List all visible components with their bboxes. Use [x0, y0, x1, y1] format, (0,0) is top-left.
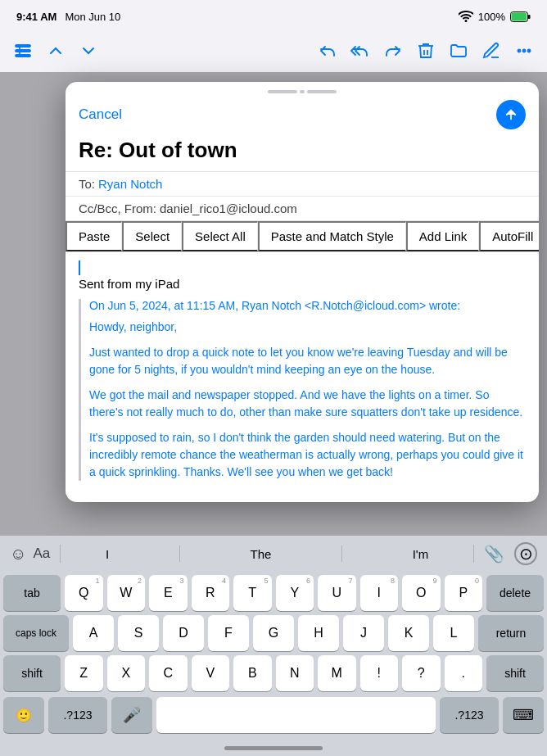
- email-body[interactable]: Sent from my iPad On Jun 5, 2024, at 11:…: [66, 252, 539, 502]
- key-k[interactable]: K: [388, 615, 429, 651]
- compose-icon[interactable]: [481, 41, 501, 61]
- key-number: 2: [138, 577, 142, 585]
- key-q[interactable]: 1Q: [65, 575, 103, 611]
- key-number: 6: [306, 577, 310, 585]
- reply-all-icon[interactable]: [350, 41, 370, 61]
- toolbar-left: [13, 41, 98, 61]
- dictation-circle-icon[interactable]: ⊙: [514, 542, 537, 565]
- forward-icon[interactable]: [383, 41, 403, 61]
- keyboard-top-right: 📎 ⊙: [484, 542, 537, 565]
- num-right-key[interactable]: .?123: [440, 697, 499, 733]
- key-d[interactable]: D: [163, 615, 204, 651]
- key-o[interactable]: 9O: [402, 575, 441, 611]
- chevron-up-icon[interactable]: [46, 41, 66, 61]
- key-i[interactable]: 8I: [360, 575, 399, 611]
- num-left-key[interactable]: .?123: [48, 697, 107, 733]
- key-y[interactable]: 6Y: [276, 575, 314, 611]
- svg-rect-1: [512, 12, 527, 20]
- microphone-key[interactable]: 🎤: [111, 697, 152, 733]
- from-value[interactable]: daniel_rico1@icloud.com: [160, 201, 297, 215]
- status-bar: 9:41 AM Mon Jun 10 100%: [0, 0, 547, 29]
- attachment-icon[interactable]: 📎: [484, 544, 504, 564]
- battery-percent: 100%: [478, 11, 505, 23]
- key-z[interactable]: Z: [65, 655, 103, 691]
- select-button[interactable]: Select: [122, 221, 182, 251]
- key-p[interactable]: 0P: [445, 575, 483, 611]
- key-t[interactable]: 5T: [233, 575, 272, 611]
- status-right-icons: 100%: [459, 11, 531, 23]
- keyboard-rows: tab 1Q 2W 3E 4R 5T: [0, 572, 547, 697]
- to-label: To:: [79, 177, 95, 191]
- select-all-button[interactable]: Select All: [182, 221, 258, 251]
- key-w[interactable]: 2W: [107, 575, 146, 611]
- chevron-down-icon[interactable]: [79, 41, 98, 61]
- paste-button[interactable]: Paste: [66, 221, 122, 251]
- key-m[interactable]: M: [318, 655, 356, 691]
- keyboard-format-icon[interactable]: ☺: [10, 545, 26, 564]
- tab-key[interactable]: tab: [3, 575, 61, 611]
- key-r[interactable]: 4R: [192, 575, 230, 611]
- quoted-header: On Jun 5, 2024, at 11:15 AM, Ryan Notch …: [89, 299, 526, 312]
- key-l[interactable]: L: [433, 615, 474, 651]
- status-date: Mon Jun 10: [65, 11, 120, 23]
- trash-icon[interactable]: [416, 41, 436, 61]
- quoted-para-3: We got the mail and newspaper stopped. A…: [89, 387, 526, 421]
- key-e[interactable]: 3E: [149, 575, 188, 611]
- font-size-button[interactable]: Aa: [33, 545, 50, 562]
- handle-indicator-2: [307, 90, 337, 93]
- key-f[interactable]: F: [208, 615, 249, 651]
- folder-icon[interactable]: [449, 41, 468, 61]
- svg-rect-3: [16, 45, 30, 47]
- home-bar: [224, 746, 323, 750]
- key-period[interactable]: .: [445, 655, 483, 691]
- shift-right-key[interactable]: shift: [486, 655, 544, 691]
- reply-icon[interactable]: [318, 41, 337, 61]
- quoted-para-2: Just wanted to drop a quick note to let …: [89, 344, 526, 378]
- key-c[interactable]: C: [149, 655, 188, 691]
- key-x[interactable]: X: [107, 655, 146, 691]
- key-v[interactable]: V: [192, 655, 230, 691]
- delete-label: delete: [500, 586, 531, 600]
- key-question[interactable]: ?: [402, 655, 441, 691]
- key-a[interactable]: A: [73, 615, 114, 651]
- key-exclaim[interactable]: !: [360, 655, 399, 691]
- key-h[interactable]: H: [298, 615, 339, 651]
- shift-right-label: shift: [504, 667, 526, 680]
- delete-key[interactable]: delete: [486, 575, 544, 611]
- more-icon[interactable]: [514, 41, 534, 61]
- key-number: 1: [95, 577, 99, 585]
- paste-match-style-button[interactable]: Paste and Match Style: [258, 221, 406, 251]
- return-label: return: [496, 627, 527, 640]
- return-key[interactable]: return: [478, 615, 544, 651]
- emoji-key[interactable]: 🙂: [3, 697, 44, 733]
- status-time: 9:41 AM: [16, 11, 57, 23]
- suggestion-3[interactable]: I'm: [413, 547, 429, 561]
- send-button[interactable]: [496, 100, 526, 129]
- keyboard-bottom-row: 🙂 .?123 🎤 .?123 ⌨: [0, 697, 547, 740]
- key-j[interactable]: J: [343, 615, 384, 651]
- autofill-button[interactable]: AutoFill: [479, 221, 539, 251]
- key-u[interactable]: 7U: [318, 575, 356, 611]
- keyboard-hide-key[interactable]: ⌨: [503, 697, 544, 733]
- spacebar[interactable]: [156, 697, 436, 733]
- caps-lock-key[interactable]: caps lock: [3, 615, 69, 651]
- shift-left-key[interactable]: shift: [3, 655, 61, 691]
- key-number: 7: [348, 577, 352, 585]
- key-b[interactable]: B: [233, 655, 272, 691]
- keyboard-area: ☺ Aa I The I'm 📎 ⊙: [0, 536, 547, 756]
- sidebar-toggle-icon[interactable]: [13, 41, 33, 61]
- add-link-button[interactable]: Add Link: [406, 221, 479, 251]
- cancel-button[interactable]: Cancel: [79, 106, 122, 123]
- caps-lock-label: caps lock: [16, 627, 57, 639]
- to-value[interactable]: Ryan Notch: [98, 177, 162, 191]
- key-n[interactable]: N: [276, 655, 314, 691]
- top-toolbar: [0, 29, 547, 72]
- key-s[interactable]: S: [118, 615, 159, 651]
- key-g[interactable]: G: [253, 615, 294, 651]
- ipad-frame: 9:41 AM Mon Jun 10 100%: [0, 0, 547, 756]
- text-cursor: [79, 260, 80, 275]
- email-compose-modal: Cancel Re: Out of town To: Ryan Notch Cc…: [66, 82, 539, 502]
- suggestion-2[interactable]: The: [250, 547, 271, 561]
- toolbar-right: [318, 41, 534, 61]
- suggestion-1[interactable]: I: [106, 547, 109, 561]
